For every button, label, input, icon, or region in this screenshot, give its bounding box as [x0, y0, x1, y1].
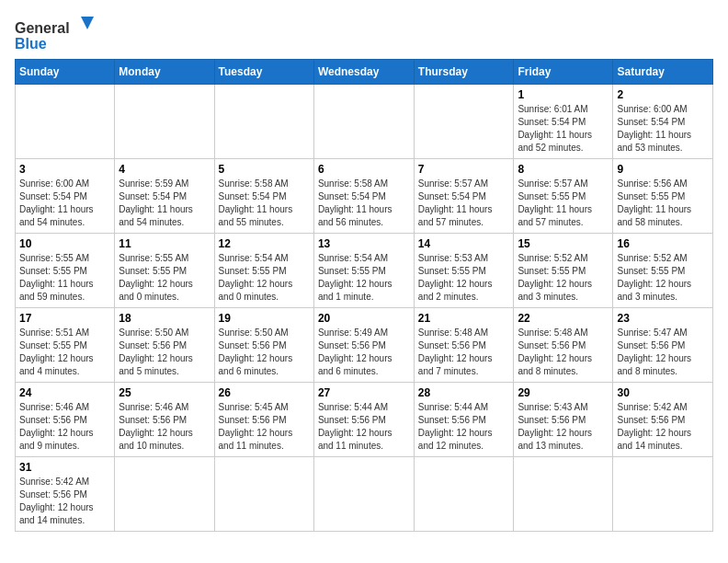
- day-of-week-header: Tuesday: [214, 60, 313, 85]
- calendar-cell: 31Sunrise: 5:42 AMSunset: 5:56 PMDayligh…: [16, 457, 115, 532]
- day-number: 26: [219, 386, 310, 399]
- calendar-cell: [414, 85, 514, 159]
- day-of-week-header: Thursday: [414, 60, 514, 85]
- day-info: Sunrise: 5:59 AMSunset: 5:54 PMDaylight:…: [119, 178, 210, 229]
- calendar-cell: [16, 85, 115, 159]
- day-number: 14: [418, 237, 510, 250]
- day-number: 23: [617, 312, 709, 325]
- calendar-cell: 2Sunrise: 6:00 AMSunset: 5:54 PMDaylight…: [613, 85, 713, 159]
- calendar-cell: 17Sunrise: 5:51 AMSunset: 5:55 PMDayligh…: [16, 308, 115, 383]
- calendar-cell: 11Sunrise: 5:55 AMSunset: 5:55 PMDayligh…: [115, 234, 214, 308]
- calendar-cell: 27Sunrise: 5:44 AMSunset: 5:56 PMDayligh…: [313, 383, 414, 457]
- calendar-cell: 12Sunrise: 5:54 AMSunset: 5:55 PMDayligh…: [214, 234, 313, 308]
- calendar-cell: [613, 457, 713, 532]
- calendar-cell: 3Sunrise: 6:00 AMSunset: 5:54 PMDaylight…: [16, 159, 115, 234]
- day-number: 25: [119, 386, 210, 399]
- calendar-cell: 13Sunrise: 5:54 AMSunset: 5:55 PMDayligh…: [313, 234, 414, 308]
- day-of-week-header: Sunday: [16, 60, 115, 85]
- day-number: 11: [119, 237, 210, 250]
- calendar-cell: 8Sunrise: 5:57 AMSunset: 5:55 PMDaylight…: [514, 159, 613, 234]
- day-number: 28: [418, 386, 510, 399]
- day-number: 7: [418, 163, 510, 176]
- day-number: 31: [19, 461, 110, 474]
- calendar-cell: [514, 457, 613, 532]
- day-info: Sunrise: 5:50 AMSunset: 5:56 PMDaylight:…: [119, 327, 210, 378]
- calendar-cell: [313, 85, 414, 159]
- calendar-cell: 15Sunrise: 5:52 AMSunset: 5:55 PMDayligh…: [514, 234, 613, 308]
- day-info: Sunrise: 5:57 AMSunset: 5:55 PMDaylight:…: [518, 178, 609, 229]
- day-number: 13: [318, 237, 410, 250]
- day-number: 24: [19, 386, 110, 399]
- day-number: 10: [19, 237, 110, 250]
- day-number: 12: [219, 237, 310, 250]
- calendar-cell: 25Sunrise: 5:46 AMSunset: 5:56 PMDayligh…: [115, 383, 214, 457]
- day-number: 29: [518, 386, 609, 399]
- calendar-week-row: 3Sunrise: 6:00 AMSunset: 5:54 PMDaylight…: [16, 159, 713, 234]
- day-info: Sunrise: 6:01 AMSunset: 5:54 PMDaylight:…: [518, 103, 609, 155]
- day-info: Sunrise: 5:52 AMSunset: 5:55 PMDaylight:…: [518, 252, 609, 304]
- day-of-week-header: Wednesday: [313, 60, 414, 85]
- day-number: 18: [119, 312, 210, 325]
- day-info: Sunrise: 5:55 AMSunset: 5:55 PMDaylight:…: [119, 252, 210, 304]
- calendar-cell: 20Sunrise: 5:49 AMSunset: 5:56 PMDayligh…: [313, 308, 414, 383]
- day-info: Sunrise: 5:45 AMSunset: 5:56 PMDaylight:…: [219, 401, 310, 453]
- calendar-cell: 23Sunrise: 5:47 AMSunset: 5:56 PMDayligh…: [613, 308, 713, 383]
- calendar-cell: 9Sunrise: 5:56 AMSunset: 5:55 PMDaylight…: [613, 159, 713, 234]
- day-info: Sunrise: 5:42 AMSunset: 5:56 PMDaylight:…: [19, 476, 110, 527]
- day-number: 15: [518, 237, 609, 250]
- calendar-cell: 24Sunrise: 5:46 AMSunset: 5:56 PMDayligh…: [16, 383, 115, 457]
- svg-text:General: General: [15, 20, 70, 36]
- calendar-cell: 21Sunrise: 5:48 AMSunset: 5:56 PMDayligh…: [414, 308, 514, 383]
- calendar-cell: 22Sunrise: 5:48 AMSunset: 5:56 PMDayligh…: [514, 308, 613, 383]
- day-number: 8: [518, 163, 609, 176]
- day-info: Sunrise: 5:58 AMSunset: 5:54 PMDaylight:…: [318, 178, 410, 229]
- calendar-week-row: 1Sunrise: 6:01 AMSunset: 5:54 PMDaylight…: [16, 85, 713, 159]
- day-number: 9: [617, 163, 709, 176]
- day-info: Sunrise: 5:50 AMSunset: 5:56 PMDaylight:…: [219, 327, 310, 378]
- calendar-cell: [214, 457, 313, 532]
- day-info: Sunrise: 5:49 AMSunset: 5:56 PMDaylight:…: [318, 327, 410, 378]
- calendar-cell: 18Sunrise: 5:50 AMSunset: 5:56 PMDayligh…: [115, 308, 214, 383]
- calendar-cell: [214, 85, 313, 159]
- day-info: Sunrise: 5:48 AMSunset: 5:56 PMDaylight:…: [518, 327, 609, 378]
- calendar-table: SundayMondayTuesdayWednesdayThursdayFrid…: [15, 59, 713, 532]
- day-number: 16: [617, 237, 709, 250]
- day-number: 30: [617, 386, 709, 399]
- calendar-cell: 4Sunrise: 5:59 AMSunset: 5:54 PMDaylight…: [115, 159, 214, 234]
- day-of-week-header: Friday: [514, 60, 613, 85]
- day-info: Sunrise: 5:46 AMSunset: 5:56 PMDaylight:…: [19, 401, 110, 453]
- calendar-cell: 29Sunrise: 5:43 AMSunset: 5:56 PMDayligh…: [514, 383, 613, 457]
- day-info: Sunrise: 5:51 AMSunset: 5:55 PMDaylight:…: [19, 327, 110, 378]
- calendar-cell: 5Sunrise: 5:58 AMSunset: 5:54 PMDaylight…: [214, 159, 313, 234]
- day-info: Sunrise: 5:52 AMSunset: 5:55 PMDaylight:…: [617, 252, 709, 304]
- header: GeneralBlue: [15, 15, 713, 52]
- calendar-cell: [115, 85, 214, 159]
- day-number: 20: [318, 312, 410, 325]
- day-number: 5: [219, 163, 310, 176]
- day-number: 6: [318, 163, 410, 176]
- day-info: Sunrise: 5:43 AMSunset: 5:56 PMDaylight:…: [518, 401, 609, 453]
- calendar-cell: 1Sunrise: 6:01 AMSunset: 5:54 PMDaylight…: [514, 85, 613, 159]
- day-info: Sunrise: 5:47 AMSunset: 5:56 PMDaylight:…: [617, 327, 709, 378]
- svg-marker-2: [81, 17, 94, 29]
- day-number: 1: [518, 88, 609, 101]
- day-info: Sunrise: 5:48 AMSunset: 5:56 PMDaylight:…: [418, 327, 510, 378]
- day-number: 2: [617, 88, 709, 101]
- calendar-week-row: 17Sunrise: 5:51 AMSunset: 5:55 PMDayligh…: [16, 308, 713, 383]
- day-info: Sunrise: 5:56 AMSunset: 5:55 PMDaylight:…: [617, 178, 709, 229]
- day-info: Sunrise: 6:00 AMSunset: 5:54 PMDaylight:…: [19, 178, 110, 229]
- day-info: Sunrise: 5:57 AMSunset: 5:54 PMDaylight:…: [418, 178, 510, 229]
- day-info: Sunrise: 5:44 AMSunset: 5:56 PMDaylight:…: [418, 401, 510, 453]
- calendar-cell: 10Sunrise: 5:55 AMSunset: 5:55 PMDayligh…: [16, 234, 115, 308]
- calendar-week-row: 10Sunrise: 5:55 AMSunset: 5:55 PMDayligh…: [16, 234, 713, 308]
- calendar-cell: 19Sunrise: 5:50 AMSunset: 5:56 PMDayligh…: [214, 308, 313, 383]
- calendar-cell: 6Sunrise: 5:58 AMSunset: 5:54 PMDaylight…: [313, 159, 414, 234]
- calendar-cell: [313, 457, 414, 532]
- svg-text:Blue: Blue: [15, 36, 47, 52]
- day-number: 3: [19, 163, 110, 176]
- day-number: 21: [418, 312, 510, 325]
- day-info: Sunrise: 5:44 AMSunset: 5:56 PMDaylight:…: [318, 401, 410, 453]
- day-info: Sunrise: 5:54 AMSunset: 5:55 PMDaylight:…: [318, 252, 410, 304]
- day-info: Sunrise: 5:54 AMSunset: 5:55 PMDaylight:…: [219, 252, 310, 304]
- day-number: 17: [19, 312, 110, 325]
